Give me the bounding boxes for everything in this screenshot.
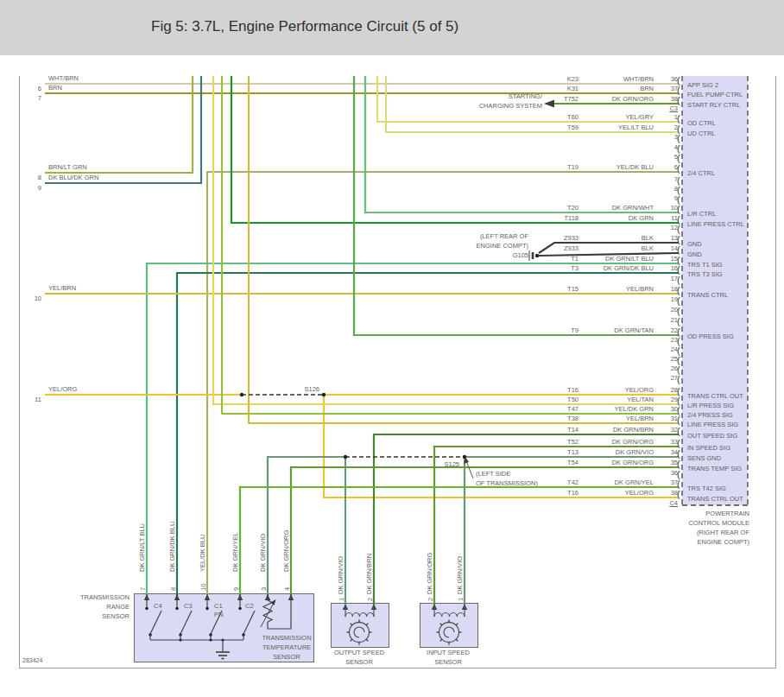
sensor-gear-icon [350, 623, 370, 643]
trs-label: TRANSMISSION [52, 593, 130, 601]
junction-dot [240, 393, 243, 396]
input-speed-sensor-label: SENSOR [420, 658, 477, 666]
sensor-gear-tooth [456, 639, 458, 641]
pcm-pin-number: 37 [661, 478, 678, 486]
junction-dot [179, 638, 181, 641]
pcm-wire-id: T15 [535, 285, 579, 293]
temp-sensor-label: SENSOR [256, 653, 318, 661]
pcm-pin-label: TRS T3 SIG [687, 270, 723, 278]
pcm-pin-bracket-icon: ( [677, 471, 680, 478]
pcm-wire-color: YEL/ORG [580, 489, 654, 497]
pcm-pin-label: TRS T1 SIG [687, 261, 723, 269]
pcm-pin-number: 28 [661, 386, 678, 394]
pcm-pin-bracket-icon: ( [677, 77, 680, 85]
pcm-pin-bracket-icon: ( [677, 125, 680, 133]
pcm-pin-bracket-icon: ( [677, 440, 680, 447]
pcm-pin-label: APP SIG 2 [687, 81, 718, 89]
wire [45, 76, 193, 173]
trs-contact-label: PN [214, 611, 223, 618]
pcm-pin-number: 8 [661, 185, 678, 193]
thermistor-icon [263, 600, 272, 622]
pcm-pin-label: IN SPEED SIG [687, 444, 730, 452]
pcm-pin-number: 9 [661, 194, 678, 202]
pcm-wire-id: T9 [535, 326, 579, 334]
pcm-pin-label: OUT SPEED SIG [687, 432, 737, 440]
pcm-pin-bracket-icon: ( [677, 236, 680, 244]
pcm-pin-number: 27 [661, 374, 678, 382]
pcm-wire-id: T54 [535, 459, 579, 466]
pcm-wire-id: T16 [535, 489, 579, 497]
pcm-pin-number: 20 [661, 306, 678, 314]
junction-dot [209, 638, 212, 641]
sensor-gear-icon [439, 623, 459, 643]
pcm-wire-color: WHT/BRN [580, 75, 654, 83]
left-wire-number: 7 [24, 94, 41, 102]
pcm-caption: ENGINE COMPT) [637, 538, 749, 546]
sensor-gear-tooth [440, 624, 442, 625]
temp-sensor-label: TEMPERATURE [256, 643, 318, 651]
pcm-wire-id: Z933 [535, 244, 579, 252]
pcm-pin-number: 38 [661, 489, 678, 497]
pcm-wire-color: YEL/TAN [580, 396, 654, 403]
pcm-pin-label: TRANS CTRL OUT [687, 392, 743, 400]
pcm-pin-number: 17 [661, 275, 678, 282]
pcm-pin-number: 13 [661, 234, 678, 242]
pcm-pin-bracket-icon: ( [677, 86, 680, 94]
junction-dot [344, 455, 347, 459]
pcm-pin-bracket-icon: ( [677, 187, 680, 194]
pcm-wire-id: T13 [535, 448, 579, 456]
pcm-pin-bracket-icon: ( [677, 397, 680, 405]
sensor-gear-tooth [351, 639, 352, 641]
output-speed-sensor-label: SENSOR [331, 658, 388, 666]
pcm-pin-number: 19 [661, 295, 678, 303]
pcm-wire-id: T50 [535, 396, 579, 403]
pcm-pin-number: 16 [661, 264, 678, 272]
pcm-pin-number: 25 [661, 355, 678, 363]
left-wire-label: BRN [48, 84, 62, 92]
trs-switch-blade [243, 611, 255, 634]
sensor-pin-number: 2 [427, 598, 434, 601]
sensor-gear-tooth [366, 639, 368, 641]
pcm-wire-color: DK GRN/VIO [580, 448, 654, 456]
pcm-pin-bracket-icon: ( [677, 206, 680, 213]
junction-dot [322, 393, 326, 396]
left-wire-label: BRN/LT GRN [48, 163, 87, 171]
pcm-pin-bracket-icon: ( [677, 366, 680, 374]
pcm-wire-color: YEL/DK BLU [580, 163, 654, 171]
sensor-coil-icon [345, 613, 374, 618]
pcm-pin-bracket-icon: ( [677, 357, 680, 364]
pcm-pin-bracket-icon: ( [677, 376, 680, 383]
pcm-pin-bracket-icon: ( [677, 328, 680, 336]
pcm-caption: CONTROL MODULE [637, 519, 749, 527]
pcm-connector-label: C4 [643, 499, 678, 507]
pcm-wire-id: T3 [535, 264, 579, 272]
g105-location-note: ENGINE COMPT) [442, 242, 528, 250]
splice-s126-label: S126 [259, 385, 319, 393]
pcm-wire-color: YEL/DK GRN [580, 405, 654, 413]
input-speed-sensor-label: INPUT SPEED [420, 649, 477, 656]
pcm-pin-label: TRANS CTRL [687, 291, 728, 299]
wire-name-vertical: DK GRN/LT BLU [138, 523, 146, 572]
pcm-pin-number: 36 [661, 469, 678, 477]
wire-stripe [268, 457, 345, 596]
pcm-pin-number: 11 [661, 214, 678, 222]
pcm-pin-label: OD PRESS SIG [687, 333, 734, 340]
pcm-wire-color: YEL/BRN [580, 415, 654, 422]
pcm-pin-number: 34 [661, 448, 678, 456]
pcm-wire-id: T118 [535, 214, 579, 222]
pcm-pin-bracket-icon: ( [677, 155, 680, 162]
output-speed-sensor-label: OUTPUT SPEED [331, 649, 388, 656]
trs-switch-blade [150, 611, 161, 634]
pcm-pin-number: 32 [661, 426, 678, 434]
pcm-pin-number: 24 [661, 345, 678, 353]
pcm-wire-color: YEL/LT BLU [580, 124, 654, 131]
pcm-pin-number: 2 [661, 124, 678, 131]
starting-system-note: CHARGING SYSTEM [430, 102, 542, 110]
pcm-pin-bracket-icon: ( [677, 347, 680, 355]
junction-dot [205, 607, 209, 611]
pcm-pin-label: TRANS TEMP SIG [687, 465, 742, 472]
pcm-wire-color: YEL/ORG [580, 386, 654, 394]
pcm-caption: (RIGHT REAR OF [637, 529, 749, 536]
s125-location-note: OF TRANSMISSION) [476, 479, 538, 487]
trs-contact-label: C3 [184, 602, 193, 610]
